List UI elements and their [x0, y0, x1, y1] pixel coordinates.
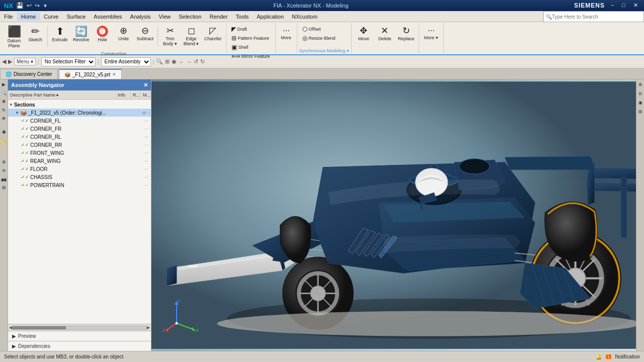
delete-button[interactable]: ✕ Delete [375, 24, 395, 42]
right-btn4[interactable]: ⊞ [636, 108, 645, 116]
filter-icon2[interactable]: ⊞ [165, 58, 170, 65]
menu-nxcustom[interactable]: NXcustom [288, 13, 321, 21]
sketch-button[interactable]: ✏ Sketch [25, 24, 45, 43]
filter-icon4[interactable]: ← [179, 59, 184, 65]
filter-icon1[interactable]: 🔍 [156, 58, 163, 65]
right-btn1[interactable]: ⊕ [636, 80, 645, 88]
datum-plane-button[interactable]: ⬛ DatumPlane [4, 24, 24, 49]
strip-btn-camera[interactable]: 📷 [0, 175, 8, 183]
tab-discovery[interactable]: 🌐 Discovery Center [0, 69, 58, 79]
offset-button[interactable]: ⬡ Offset [300, 25, 338, 33]
mirror-feature-label: Mirror Feature [242, 54, 270, 59]
shell-button[interactable]: ▣ Shell [229, 43, 272, 51]
col-name[interactable]: Descriptive Part Name ▲ [8, 90, 116, 99]
trim-body-button[interactable]: ✂ TrimBody ▾ [160, 24, 180, 47]
filter-icon7[interactable]: ↻ [200, 58, 205, 65]
strip-btn-grid[interactable]: ⊞ [0, 184, 8, 192]
draft-button[interactable]: ◤ Draft [229, 25, 272, 33]
strip-btn-rotate[interactable]: ↻ [0, 106, 8, 114]
unite-button[interactable]: ⊕ Unite [114, 24, 134, 42]
strip-btn-measure[interactable]: 📐 [0, 136, 8, 144]
more2-icon: ⋯ [428, 27, 435, 34]
mirror-feature-button[interactable]: ⟺ Mirror Feature [229, 52, 272, 60]
nav-sections[interactable]: ▼ Sections [8, 101, 151, 109]
menu-render[interactable]: Render [205, 13, 231, 21]
menu-selection[interactable]: Selection [175, 13, 205, 21]
menu-file[interactable]: File [0, 13, 17, 21]
quick-access-more[interactable]: ▼ [43, 3, 48, 9]
close-button[interactable]: ✕ [631, 2, 640, 9]
more2-button[interactable]: ⋯ More ▾ [422, 25, 440, 41]
chamfer-button[interactable]: ◸ Chamfer [202, 24, 224, 42]
strip-btn-select[interactable]: ▶ [0, 80, 8, 88]
menu-curve[interactable]: Curve [40, 13, 62, 21]
menu-analysis[interactable]: Analysis [126, 13, 155, 21]
tab-f1model-close[interactable]: ✕ [112, 72, 116, 77]
nav-corner-rr[interactable]: ✓✓ CORNER_RR ⋯ [8, 141, 151, 149]
filter-icon3[interactable]: ◉ [172, 58, 177, 65]
notification-bell[interactable]: 🔔 [596, 354, 602, 359]
replace-button[interactable]: ↻ Replace [396, 24, 417, 42]
more1-button[interactable]: ⋯ More [279, 25, 294, 41]
extrude-button[interactable]: ⬆ Extrude [50, 24, 70, 43]
pattern-feature-button[interactable]: ⊞ Pattern Feature [229, 34, 272, 42]
navigator-preview[interactable]: ▶ Preview [8, 331, 151, 341]
edge-blend-button[interactable]: ◻ EdgeBlend ▾ [181, 24, 201, 47]
subtract-button[interactable]: ⊖ Subtract [135, 24, 156, 42]
search-input[interactable] [552, 14, 641, 20]
menu-home[interactable]: Home [17, 13, 40, 21]
strip-btn-view[interactable]: 👁 [0, 115, 8, 123]
scroll-right[interactable]: ▶ [147, 325, 150, 330]
navigator-close[interactable]: ✕ [143, 82, 148, 88]
menu-dropdown[interactable]: Menu ▾ [14, 58, 36, 65]
menu-surface[interactable]: Surface [62, 13, 90, 21]
nav-f1root[interactable]: ▼ 📦 _F1_2022_v5 (Order: Chronologi... ⊞ … [8, 109, 151, 117]
nav-rear-wing[interactable]: ✓✓ REAR_WING ⋯ [8, 157, 151, 165]
nav-chassis[interactable]: ✓✓ CHASSIS ⋯ [8, 173, 151, 181]
svg-line-45 [177, 323, 194, 330]
strip-btn-zoom[interactable]: 🔍 [0, 89, 8, 97]
col-m-label: M... [143, 93, 150, 98]
menu-application[interactable]: Application [253, 13, 288, 21]
ribbon-content: ⬛ DatumPlane ✏ Sketch ⬆ Extrude 🔄 Revolv… [0, 22, 644, 54]
col-ref[interactable]: R... [131, 90, 141, 99]
revolve-button[interactable]: 🔄 Revolve [71, 24, 92, 43]
nav-corner-rl[interactable]: ✓✓ CORNER_RL ⋯ [8, 133, 151, 141]
nav-corner-fr[interactable]: ✓✓ CORNER_FR ⋯ [8, 125, 151, 133]
3d-viewport[interactable]: Y X Z [151, 79, 636, 351]
filter-icon5[interactable]: → [186, 59, 192, 65]
strip-btn-minus[interactable]: ⊖ [0, 166, 8, 174]
filter-icon6[interactable]: ↺ [194, 58, 198, 65]
menu-tools[interactable]: Tools [232, 13, 253, 21]
menu-view[interactable]: View [155, 13, 175, 21]
nav-corner-fl[interactable]: ✓✓ CORNER_FL ⋯ [8, 117, 151, 125]
maximize-button[interactable]: □ [620, 2, 627, 9]
menu-assemblies[interactable]: Assemblies [90, 13, 126, 21]
nav-powertrain[interactable]: ✓✓ POWERTRAIN ⋯ [8, 181, 151, 189]
hole-button[interactable]: ⭕ Hole [93, 24, 113, 43]
resize-blend-button[interactable]: ◎ Resize Blend [300, 34, 338, 42]
col-m[interactable]: M... [141, 90, 151, 99]
right-btn2[interactable]: ⊖ [636, 89, 645, 98]
right-btn3[interactable]: ◉ [636, 99, 645, 107]
strip-btn-snap[interactable]: ◉ [0, 128, 8, 136]
quick-access-save[interactable]: 💾 [16, 2, 24, 9]
selection-filter-dropdown[interactable]: No Selection Filter [41, 57, 96, 66]
navigator-dependencies[interactable]: ▶ Dependencies [8, 341, 151, 351]
quick-access-undo[interactable]: ↩ [27, 2, 32, 9]
quick-access-redo[interactable]: ↪ [35, 2, 40, 9]
scroll-track[interactable] [12, 326, 147, 330]
nav-floor[interactable]: ✓✓ FLOOR ⋯ [8, 165, 151, 173]
move-button[interactable]: ✥ Move [354, 24, 374, 42]
strip-btn-pan[interactable]: ✥ [0, 98, 8, 106]
strip-btn-analysis[interactable]: ⚡ [0, 145, 8, 153]
resize-blend-label: Resize Blend [309, 36, 336, 41]
tab-f1model[interactable]: 📦 _F1_2022_v5.prt ✕ [59, 69, 122, 79]
assembly-filter-dropdown[interactable]: Entire Assembly [101, 57, 151, 66]
col-info[interactable]: Info [116, 90, 131, 99]
left-toolbar-icon2[interactable]: ▶ [8, 58, 12, 65]
minimize-button[interactable]: − [609, 2, 616, 9]
strip-btn-more[interactable]: ⊕ [0, 158, 8, 166]
left-toolbar-icon1[interactable]: ◀ [2, 58, 6, 65]
nav-front-wing[interactable]: ✓✓ FRONT_WING ⋯ [8, 149, 151, 157]
